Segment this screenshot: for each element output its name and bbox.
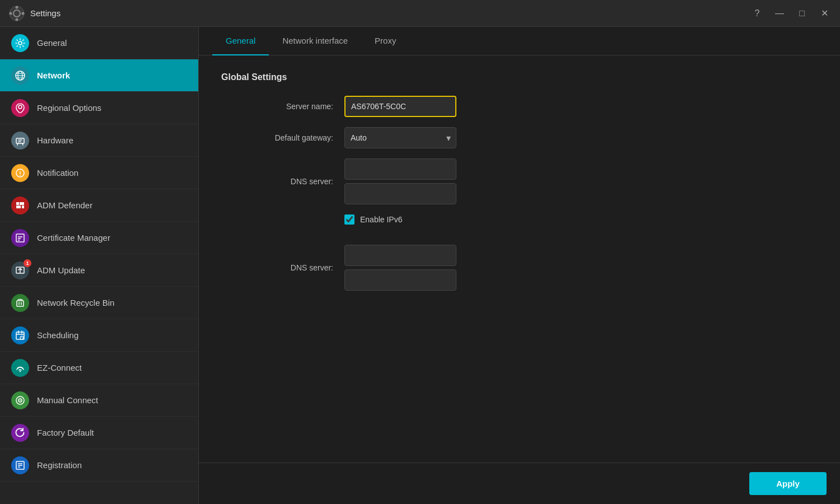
svg-point-40 xyxy=(20,400,21,401)
window-title: Settings xyxy=(30,8,750,18)
svg-point-3 xyxy=(16,18,18,21)
ipv6-dns-server-inputs xyxy=(344,245,456,291)
tab-bar: General Network interface Proxy xyxy=(199,27,840,55)
sidebar-item-regional-options[interactable]: Regional Options xyxy=(0,92,198,124)
sidebar-label-scheduling: Scheduling xyxy=(37,330,78,340)
sidebar: General Network Regional xyxy=(0,27,199,504)
sidebar-label-certificate-manager: Certificate Manager xyxy=(37,233,110,242)
sidebar-item-general[interactable]: General xyxy=(0,27,198,59)
svg-point-37 xyxy=(20,370,21,371)
server-name-row: Server name: xyxy=(221,96,818,117)
svg-rect-13 xyxy=(16,138,24,143)
sidebar-item-manual-connect[interactable]: Manual Connect xyxy=(0,384,198,417)
sidebar-label-network-recycle-bin: Network Recycle Bin xyxy=(37,298,114,307)
ipv6-dns-server-row: DNS server: xyxy=(221,245,818,291)
svg-rect-24 xyxy=(16,234,24,242)
close-button[interactable]: ✕ xyxy=(818,7,831,20)
sidebar-item-certificate-manager[interactable]: Certificate Manager xyxy=(0,222,198,254)
server-name-label: Server name: xyxy=(221,102,344,111)
ez-connect-icon xyxy=(11,359,29,377)
sidebar-label-registration: Registration xyxy=(37,460,82,470)
sidebar-label-adm-update: ADM Update xyxy=(37,265,85,275)
main-content: Global Settings Server name: Default gat… xyxy=(199,55,840,463)
adm-update-badge: 1 xyxy=(24,259,31,267)
sidebar-label-network: Network xyxy=(37,71,70,80)
sidebar-item-scheduling[interactable]: Scheduling xyxy=(0,319,198,352)
ipv6-dns-server-label: DNS server: xyxy=(221,263,344,272)
dns-server-row: DNS server: xyxy=(221,158,818,204)
regional-options-icon xyxy=(11,99,29,117)
section-title: Global Settings xyxy=(221,72,818,82)
svg-text:!: ! xyxy=(19,170,21,176)
ipv6-dns-server-1-input[interactable] xyxy=(344,245,456,266)
notification-icon: ! xyxy=(11,164,29,182)
ipv6-dns-server-2-input[interactable] xyxy=(344,269,456,291)
titlebar: Settings ? — □ ✕ xyxy=(0,0,840,27)
svg-rect-23 xyxy=(22,206,24,208)
dns-server-2-input[interactable] xyxy=(344,183,456,204)
sidebar-item-adm-update[interactable]: 1 ADM Update xyxy=(0,254,198,287)
network-icon xyxy=(11,67,29,85)
default-gateway-select[interactable]: Auto Manual xyxy=(344,127,456,148)
enable-ipv6-label: Enable IPv6 xyxy=(360,215,403,224)
tab-network-interface[interactable]: Network interface xyxy=(269,27,361,55)
certificate-manager-icon xyxy=(11,229,29,247)
tab-general[interactable]: General xyxy=(212,27,269,55)
sidebar-item-notification[interactable]: ! Notification xyxy=(0,157,198,189)
svg-line-15 xyxy=(22,143,23,145)
dns-server-1-input[interactable] xyxy=(344,158,456,180)
help-button[interactable]: ? xyxy=(750,7,764,20)
default-gateway-row: Default gateway: Auto Manual xyxy=(221,127,818,148)
apply-button[interactable]: Apply xyxy=(749,472,827,495)
dns-server-inputs xyxy=(344,158,456,204)
sidebar-label-regional-options: Regional Options xyxy=(37,103,101,113)
maximize-button[interactable]: □ xyxy=(795,7,809,20)
sidebar-item-factory-default[interactable]: Factory Default xyxy=(0,417,198,449)
app-body: General Network Regional xyxy=(0,27,840,504)
scheduling-icon xyxy=(11,326,29,344)
svg-point-6 xyxy=(18,41,22,45)
sidebar-label-hardware: Hardware xyxy=(37,136,73,145)
sidebar-item-adm-defender[interactable]: ADM Defender xyxy=(0,189,198,222)
sidebar-item-ez-connect[interactable]: EZ-Connect xyxy=(0,352,198,384)
dns-server-label: DNS server: xyxy=(221,177,344,186)
default-gateway-wrapper: Auto Manual xyxy=(344,127,456,148)
server-name-input[interactable] xyxy=(344,96,456,117)
sidebar-label-ez-connect: EZ-Connect xyxy=(37,363,82,372)
content-area: General Network interface Proxy Global S… xyxy=(199,27,840,504)
sidebar-item-network-recycle-bin[interactable]: Network Recycle Bin xyxy=(0,287,198,319)
enable-ipv6-wrapper: Enable IPv6 xyxy=(344,214,403,225)
svg-rect-21 xyxy=(20,202,24,205)
sidebar-item-hardware[interactable]: Hardware xyxy=(0,124,198,157)
sidebar-label-general: General xyxy=(37,38,67,48)
svg-point-5 xyxy=(22,12,25,15)
window-controls: ? — □ ✕ xyxy=(750,7,831,20)
app-icon xyxy=(9,6,25,21)
manual-connect-icon xyxy=(11,391,29,409)
sidebar-label-manual-connect: Manual Connect xyxy=(37,395,98,405)
svg-point-4 xyxy=(10,12,12,15)
sidebar-label-notification: Notification xyxy=(37,168,78,178)
registration-icon xyxy=(11,456,29,474)
factory-default-icon xyxy=(11,424,29,442)
general-icon xyxy=(11,34,29,52)
adm-update-badge-wrapper: 1 xyxy=(11,262,29,279)
svg-rect-29 xyxy=(17,301,24,306)
minimize-button[interactable]: — xyxy=(773,7,786,20)
adm-defender-icon xyxy=(11,197,29,214)
svg-line-14 xyxy=(17,143,18,145)
sidebar-label-factory-default: Factory Default xyxy=(37,428,94,437)
svg-point-12 xyxy=(18,105,22,109)
tab-proxy[interactable]: Proxy xyxy=(361,27,409,55)
enable-ipv6-checkbox[interactable] xyxy=(344,214,354,225)
network-recycle-bin-icon xyxy=(11,294,29,312)
sidebar-item-registration[interactable]: Registration xyxy=(0,449,198,482)
svg-rect-22 xyxy=(16,206,21,208)
svg-rect-20 xyxy=(16,202,19,205)
footer: Apply xyxy=(199,463,840,504)
svg-point-2 xyxy=(16,6,18,8)
hardware-icon xyxy=(11,132,29,150)
sidebar-label-adm-defender: ADM Defender xyxy=(37,200,92,210)
default-gateway-label: Default gateway: xyxy=(221,133,344,142)
sidebar-item-network[interactable]: Network xyxy=(0,59,198,92)
